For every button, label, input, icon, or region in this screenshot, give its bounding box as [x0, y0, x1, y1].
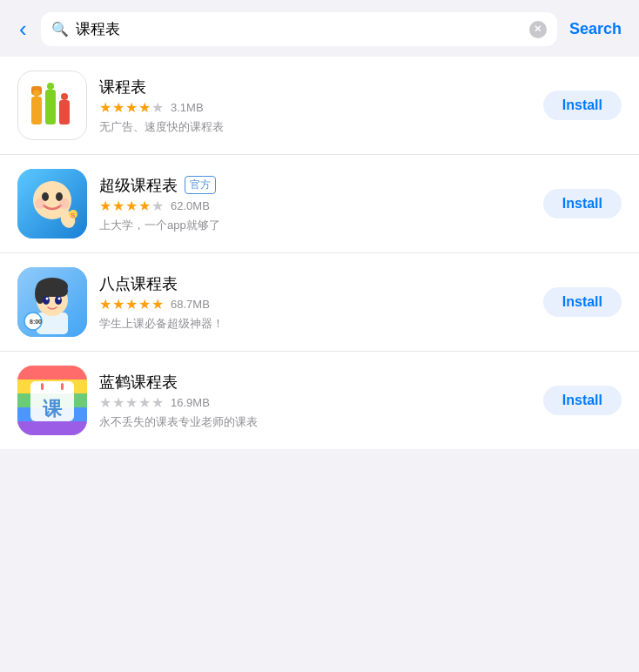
- install-button[interactable]: Install: [543, 189, 622, 218]
- search-bar: 🔍 课程表: [41, 12, 557, 46]
- svg-point-11: [35, 198, 45, 209]
- svg-text:课: 课: [43, 398, 63, 420]
- install-button[interactable]: Install: [543, 386, 622, 415]
- svg-point-12: [59, 198, 70, 209]
- star-rating: ★ ★ ★ ★ ★: [99, 396, 164, 410]
- app-name-row: 八点课程表: [99, 273, 531, 294]
- svg-rect-35: [61, 383, 64, 390]
- app-info: 超级课程表 官方 ★ ★ ★ ★ ★ 62.0MB 上大学，一个app就够了: [99, 175, 531, 233]
- install-button[interactable]: Install: [543, 91, 622, 120]
- list-item: 8:00 八点课程表 ★ ★ ★ ★ ★ 68.7MB 学生上课必备超级神器！ …: [0, 253, 639, 352]
- list-item: S 超级课程表 官方 ★ ★ ★ ★ ★ 62.0MB 上大学，一个app就够了…: [0, 155, 639, 253]
- app-size: 3.1MB: [171, 101, 204, 114]
- svg-rect-32: [30, 388, 74, 393]
- star-4: ★: [138, 101, 151, 115]
- star-2: ★: [112, 396, 124, 410]
- app-icon: 课: [17, 366, 87, 435]
- app-icon: S: [17, 169, 87, 239]
- star-5: ★: [151, 298, 164, 312]
- app-rating-row: ★ ★ ★ ★ ★ 62.0MB: [99, 199, 531, 213]
- app-description: 上大学，一个app就够了: [99, 218, 531, 233]
- search-button[interactable]: Search: [566, 18, 625, 40]
- svg-rect-3: [59, 100, 70, 124]
- install-button[interactable]: Install: [543, 287, 622, 317]
- svg-rect-0: [31, 97, 42, 124]
- search-input[interactable]: 课程表: [76, 19, 522, 39]
- app-description: 无广告、速度快的课程表: [99, 119, 531, 135]
- svg-rect-21: [37, 285, 68, 297]
- clear-button[interactable]: [529, 21, 547, 38]
- app-description: 永不丢失的课表专业老师的课表: [99, 414, 531, 430]
- svg-point-4: [33, 90, 40, 97]
- star-rating: ★ ★ ★ ★ ★: [99, 101, 164, 115]
- star-rating: ★ ★ ★ ★ ★: [99, 298, 164, 312]
- star-5: ★: [151, 199, 164, 213]
- star-3: ★: [125, 199, 138, 213]
- app-size: 16.9MB: [171, 396, 210, 409]
- svg-text:8:00: 8:00: [30, 319, 42, 325]
- app-name-row: 蓝鹤课程表: [99, 372, 531, 393]
- star-3: ★: [125, 298, 138, 312]
- star-4: ★: [138, 199, 151, 213]
- star-2: ★: [112, 199, 124, 213]
- svg-point-25: [58, 298, 61, 300]
- app-info: 课程表 ★ ★ ★ ★ ★ 3.1MB 无广告、速度快的课程表: [99, 77, 531, 135]
- app-name: 蓝鹤课程表: [99, 372, 178, 393]
- app-name: 八点课程表: [99, 273, 178, 294]
- star-5: ★: [151, 396, 164, 410]
- app-rating-row: ★ ★ ★ ★ ★ 16.9MB: [99, 396, 531, 410]
- star-4: ★: [138, 396, 151, 410]
- official-badge: 官方: [185, 176, 216, 194]
- star-1: ★: [99, 199, 111, 213]
- app-info: 八点课程表 ★ ★ ★ ★ ★ 68.7MB 学生上课必备超级神器！: [99, 273, 531, 332]
- search-icon: 🔍: [51, 21, 69, 37]
- list-item: 课程表 ★ ★ ★ ★ ★ 3.1MB 无广告、速度快的课程表 Install: [0, 57, 639, 155]
- app-name: 课程表: [99, 77, 146, 97]
- app-size: 68.7MB: [171, 298, 210, 311]
- list-item: 课 蓝鹤课程表 ★ ★ ★ ★ ★ 16.9MB 永不丢失的课表专业老师的课: [0, 352, 639, 449]
- star-3: ★: [125, 396, 138, 410]
- app-list: 课程表 ★ ★ ★ ★ ★ 3.1MB 无广告、速度快的课程表 Install: [0, 57, 639, 449]
- svg-text:S: S: [71, 212, 76, 219]
- app-name: 超级课程表: [99, 175, 178, 196]
- star-5: ★: [151, 101, 164, 115]
- app-name-row: 课程表: [99, 77, 531, 97]
- app-description: 学生上课必备超级神器！: [99, 316, 531, 332]
- svg-point-23: [55, 296, 62, 305]
- svg-rect-34: [41, 383, 44, 390]
- star-1: ★: [99, 101, 111, 115]
- star-1: ★: [99, 396, 111, 410]
- app-size: 62.0MB: [171, 199, 210, 212]
- app-rating-row: ★ ★ ★ ★ ★ 68.7MB: [99, 298, 531, 312]
- app-name-row: 超级课程表 官方: [99, 175, 531, 196]
- star-2: ★: [112, 101, 124, 115]
- star-1: ★: [99, 298, 111, 312]
- app-rating-row: ★ ★ ★ ★ ★ 3.1MB: [99, 101, 531, 115]
- header: ‹ 🔍 课程表 Search: [0, 0, 639, 57]
- svg-point-6: [61, 93, 68, 100]
- star-rating: ★ ★ ★ ★ ★: [99, 199, 164, 213]
- star-3: ★: [125, 101, 138, 115]
- star-2: ★: [112, 298, 124, 312]
- app-icon: 8:00: [17, 267, 87, 337]
- app-icon: [17, 71, 87, 140]
- back-button[interactable]: ‹: [14, 14, 32, 44]
- svg-rect-2: [45, 90, 56, 124]
- app-info: 蓝鹤课程表 ★ ★ ★ ★ ★ 16.9MB 永不丢失的课表专业老师的课表: [99, 372, 531, 430]
- svg-point-5: [47, 83, 54, 90]
- star-4: ★: [138, 298, 151, 312]
- svg-point-24: [46, 298, 49, 300]
- svg-point-22: [43, 296, 50, 305]
